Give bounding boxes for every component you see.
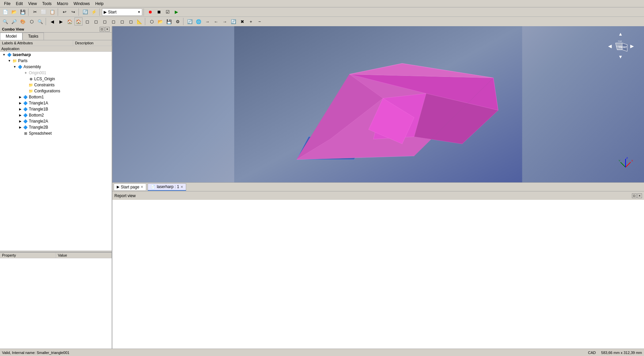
menu-tools[interactable]: Tools (40, 1, 54, 7)
laserharp-tab-close[interactable]: ✕ (180, 185, 183, 189)
tb-prev[interactable]: ← (212, 17, 220, 26)
tb-stop[interactable]: ⏹ (155, 8, 163, 16)
tb-part-new[interactable]: ⬡ (148, 17, 156, 26)
application-label: Application (0, 46, 112, 52)
tb-zoom-all[interactable]: 🔍 (1, 17, 9, 26)
vp-tab-laserharp[interactable]: 📄 laserharp : 1 ✕ (148, 183, 186, 191)
tb-next[interactable]: → (221, 17, 229, 26)
triangle2a-arrow[interactable] (17, 119, 23, 124)
menu-help[interactable]: Help (93, 1, 106, 7)
viewport[interactable]: ▲ ▼ ◀ ▶ FRONT (112, 26, 644, 182)
svg-text:Y: Y (619, 159, 621, 162)
tree-item-constraints[interactable]: 📁 Constraints (0, 82, 112, 88)
tb-record[interactable]: ⏺ (146, 8, 154, 16)
tree-item-parts[interactable]: 📁 Parts (0, 58, 112, 64)
tree-item-spreadsheet[interactable]: ⊞ Spreadsheet (0, 130, 112, 136)
menu-file[interactable]: File (1, 1, 13, 7)
tb-draw-style[interactable]: 🎨 (19, 17, 27, 26)
tb-view-bottom[interactable]: ◻ (127, 17, 135, 26)
parts-arrow[interactable] (7, 58, 12, 63)
tb-part-open[interactable]: 📂 (156, 17, 164, 26)
tb-nav-sync[interactable]: 🔄 (186, 17, 194, 26)
tb-save[interactable]: 💾 (19, 8, 27, 16)
combo-view-close[interactable]: ✕ (105, 27, 110, 32)
tb-measure[interactable]: 📐 (136, 17, 144, 26)
svg-line-21 (626, 162, 631, 167)
bottom1-arrow[interactable] (17, 94, 23, 100)
tb-view-left[interactable]: ◻ (118, 17, 126, 26)
tb-paste[interactable]: 📋 (48, 8, 56, 16)
tree-item-triangle1a[interactable]: 🔷 Triangle1A (0, 100, 112, 106)
tb-part-save[interactable]: 💾 (165, 17, 173, 26)
tb-undo[interactable]: ↩ (60, 8, 68, 16)
axis-indicator: X Y Z (617, 155, 634, 172)
report-close[interactable]: ✕ (637, 193, 642, 198)
tb-cut[interactable]: ✂ (31, 8, 39, 16)
tb-play[interactable]: ▶ (172, 8, 180, 16)
tb-nav-back[interactable]: ◀ (48, 17, 56, 26)
start-dropdown[interactable]: ▶ Start ▼ (102, 8, 142, 16)
tb-redo[interactable]: ↪ (69, 8, 77, 16)
tb-view-front[interactable]: ◻ (83, 17, 91, 26)
bottom2-arrow[interactable] (17, 113, 23, 118)
laserharp-tab-icon: 📄 (151, 185, 155, 189)
tb-world[interactable]: 🌐 (195, 17, 203, 26)
menu-macro[interactable]: Macro (54, 1, 71, 7)
tab-model[interactable]: Model (0, 33, 22, 40)
tb-new[interactable]: 📄 (1, 8, 9, 16)
tb-part-cfg[interactable]: ⚙ (174, 17, 182, 26)
triangle1b-arrow[interactable] (17, 106, 23, 112)
tree-item-assembly[interactable]: 🔷 Assembly (0, 64, 112, 70)
menu-edit[interactable]: Edit (13, 1, 25, 7)
tree-item-lcs-origin[interactable]: ⊕ LCS_Origin (0, 76, 112, 82)
tab-tasks[interactable]: Tasks (22, 33, 44, 40)
tb-open[interactable]: 📂 (10, 8, 18, 16)
tree-item-origin001[interactable]: ✦ Origin001 (0, 70, 112, 76)
tree-item-triangle2b[interactable]: 🔷 Triangle2B (0, 124, 112, 130)
tree-item-bottom2[interactable]: 🔷 Bottom2 (0, 112, 112, 118)
tree-item-configurations[interactable]: 📁 Configurations (0, 88, 112, 94)
tb-refresh[interactable]: 🔄 (81, 8, 89, 16)
tb-arrow-right[interactable]: → (203, 17, 211, 26)
tree-item-laserharp[interactable]: 🔷 laserharp (0, 52, 112, 58)
tb-stop-load[interactable]: ✖ (238, 17, 246, 26)
combo-view-float[interactable]: ⊡ (100, 27, 104, 32)
menu-windows[interactable]: Windows (71, 1, 93, 7)
laserharp-arrow[interactable] (1, 52, 7, 57)
separator-6 (46, 18, 47, 25)
tree-item-triangle1b[interactable]: 🔷 Triangle1B (0, 106, 112, 112)
triangle2b-arrow[interactable] (17, 125, 23, 130)
tb-copy[interactable]: ⬜ (40, 8, 48, 16)
spreadsheet-icon: ⊞ (23, 131, 28, 136)
parts-icon: 📁 (12, 58, 17, 63)
tb-stereo[interactable]: ⬡ (28, 17, 36, 26)
triangle1a-arrow[interactable] (17, 100, 23, 106)
tree-item-bottom1[interactable]: 🔷 Bottom1 (0, 94, 112, 100)
tree-area[interactable]: Application 🔷 laserharp 📁 Parts 🔷 (0, 46, 112, 251)
parts-label: Parts (18, 58, 28, 63)
vp-tab-start[interactable]: ▶ Start page ✕ (114, 183, 146, 191)
origin001-icon: ✦ (23, 70, 28, 76)
lcs-origin-arrow (23, 76, 28, 82)
tb-zoom-out[interactable]: − (256, 17, 264, 26)
tb-view-top[interactable]: ◻ (92, 17, 100, 26)
report-float[interactable]: ⊡ (632, 193, 637, 198)
tb-view-rear[interactable]: ◻ (109, 17, 117, 26)
separator-7 (145, 18, 146, 25)
tb-zoom-sel[interactable]: 🔎 (10, 17, 18, 26)
menu-view[interactable]: View (25, 1, 40, 7)
tb-nav-home[interactable]: 🏠 (66, 17, 74, 26)
assembly-arrow[interactable] (12, 64, 17, 70)
tb-macro[interactable]: ⚡ (90, 8, 98, 16)
configurations-label: Configurations (34, 89, 60, 93)
start-page-close[interactable]: ✕ (141, 185, 143, 189)
tree-col-labels: Labels & Attributes (0, 40, 73, 46)
tree-item-triangle2a[interactable]: 🔷 Triangle2A (0, 118, 112, 124)
tb-zoom-in[interactable]: + (247, 17, 255, 26)
tb-view-home[interactable]: 🏠 (74, 17, 83, 26)
tb-view-right[interactable]: ◻ (101, 17, 109, 26)
tb-zoom-drp[interactable]: 🔍 (36, 17, 44, 26)
tb-checkbox[interactable]: ☑ (164, 8, 172, 16)
tb-nav-fwd[interactable]: ▶ (57, 17, 65, 26)
tb-reload[interactable]: 🔄 (229, 17, 237, 26)
